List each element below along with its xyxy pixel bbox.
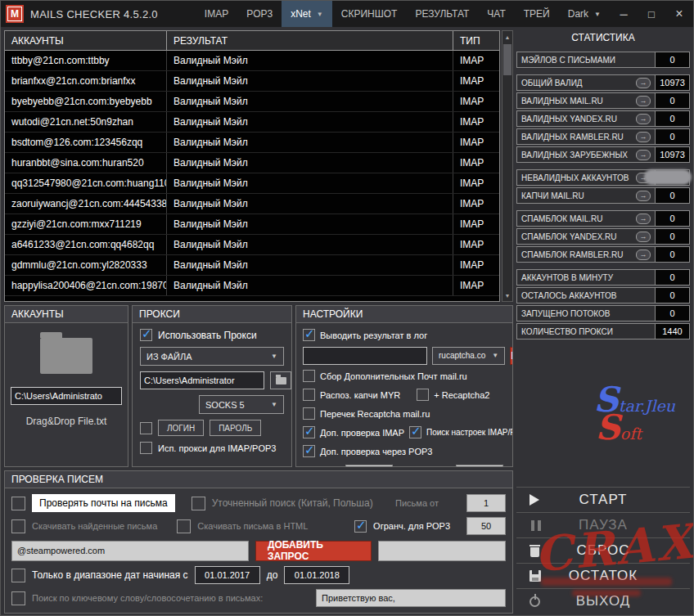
keyword-input[interactable] (316, 589, 506, 607)
date-from-input[interactable] (195, 566, 260, 584)
export-icon[interactable] (636, 78, 651, 88)
scrollbar-thumb[interactable] (503, 44, 511, 75)
stat-label-text: СПАМБЛОК YANDEX.RU (521, 232, 617, 241)
stat-label: ОСТАЛОСЬ АККАУНТОВ (516, 287, 656, 304)
captcha-key-input[interactable] (303, 347, 427, 365)
date-to-input[interactable] (284, 566, 349, 584)
proxy-type-select[interactable]: SOCKS 5 ▼ (199, 395, 284, 414)
log-output-checkbox[interactable] (303, 329, 315, 341)
table-row[interactable]: qq312547980@21cn.com:huang110 Валидный М… (5, 173, 499, 194)
check-mails-checkbox[interactable] (11, 497, 25, 510)
table-row[interactable]: huranbbt@sina.com:huran520 Валидный Мэйл… (5, 153, 499, 173)
balance-button[interactable]: Б (510, 347, 513, 365)
export-icon[interactable] (636, 96, 651, 106)
proxy-path-input[interactable] (140, 371, 264, 389)
table-row[interactable]: brianfxx@21cn.com:brianfxx Валидный Мэйл… (5, 71, 499, 92)
table-row[interactable]: a6461233@21cn.com:qq4682qq Валидный Мэйл… (5, 235, 499, 255)
pause-button[interactable]: ПАУЗА (516, 512, 690, 537)
pop3-check-checkbox[interactable] (303, 445, 315, 457)
close-button[interactable]: × (665, 1, 693, 27)
search-query2-input[interactable] (378, 541, 506, 561)
menu-item-result[interactable]: РЕЗУЛЬТАТ (406, 1, 478, 27)
imap-settings-checkbox[interactable] (409, 426, 421, 438)
proxy-source-select[interactable]: ИЗ ФАЙЛА ▼ (140, 347, 284, 366)
cell-result: Валидный Мэйл (167, 276, 453, 295)
start-button[interactable]: СТАРТ (516, 487, 690, 512)
use-proxy-checkbox[interactable] (140, 329, 152, 341)
export-icon[interactable] (636, 150, 651, 160)
export-icon[interactable] (636, 114, 651, 124)
export-icon[interactable] (636, 191, 651, 201)
recheck-recaptcha-checkbox[interactable] (303, 407, 315, 420)
menu-item-label: РЕЗУЛЬТАТ (415, 8, 469, 20)
maximize-button[interactable]: □ (638, 1, 665, 27)
cell-account: huranbbt@sina.com:huran520 (5, 153, 167, 173)
recaptcha2-checkbox[interactable] (417, 389, 429, 401)
collect-extra-mails-checkbox[interactable] (303, 370, 315, 382)
scroll-down-icon[interactable]: ▼ (502, 290, 512, 301)
menu-item-theme[interactable]: Dark▼ (559, 1, 610, 27)
rest-button[interactable]: ОСТАТОК (516, 563, 690, 588)
imap-settings-label: Поиск настроек IMAP/POP (426, 428, 513, 437)
cell-account: gdmmlu@21cn.com:yl2820333 (5, 255, 167, 275)
folder-icon (276, 377, 286, 384)
reset-button[interactable]: СБРОС (516, 537, 690, 563)
table-row[interactable]: bsdtom@126.com:123456zqq Валидный Мэйл I… (5, 133, 499, 153)
menu-item-pop3[interactable]: POP3 (237, 1, 282, 27)
scroll-up-icon[interactable]: ▲ (502, 31, 512, 43)
export-icon[interactable] (636, 214, 651, 224)
middle-panels: АККАУНТЫ Drag&Drop File.txt ПРОКСИ Испол… (4, 305, 513, 467)
export-icon[interactable] (636, 132, 651, 142)
logo-letter: S (595, 407, 620, 447)
cell-account: byebyebb@21cn.com:byebyebb (5, 92, 167, 111)
timeout-input[interactable] (345, 465, 393, 467)
date-range-checkbox[interactable] (11, 569, 25, 582)
imap-check-checkbox[interactable] (303, 426, 315, 438)
password-button[interactable]: ПАРОЛЬ (210, 420, 261, 436)
download-letters-label: Скачивать найденные письма (32, 521, 157, 531)
header-accounts[interactable]: АККАУНТЫ (5, 31, 167, 50)
refined-search-checkbox[interactable] (192, 497, 205, 510)
cell-result: Валидный Мэйл (167, 173, 453, 193)
menu-item-imap[interactable]: IMAP (196, 1, 237, 27)
keyword-search-checkbox[interactable] (11, 591, 25, 605)
pop3-limit-input[interactable] (466, 517, 506, 535)
exit-button[interactable]: ВЫХОД (516, 588, 690, 614)
table-row[interactable]: wutodi@21cn.net:50n9zhan Валидный Мэйл I… (5, 112, 499, 133)
header-type[interactable]: ТИП (453, 31, 499, 50)
table-row[interactable]: ttbby@21cn.com:ttbby Валидный Мэйл IMAP (5, 51, 499, 71)
login-button[interactable]: ЛОГИН (158, 420, 204, 436)
table-row[interactable]: gzziyi@21cn.com:mxx711219 Валидный Мэйл … (5, 214, 499, 235)
accounts-path-input[interactable] (11, 387, 122, 405)
captcha-service-select[interactable]: rucaptcha.co ▼ (432, 347, 505, 365)
header-result[interactable]: РЕЗУЛЬТАТ (167, 31, 453, 50)
download-html-checkbox[interactable] (177, 519, 191, 533)
cell-result: Валидный Мэйл (167, 112, 453, 132)
proxy-auth-checkbox[interactable] (140, 422, 152, 434)
table-row[interactable]: happylisa200406@21cn.com:198704 Валидный… (5, 276, 499, 296)
menu-item-screenshot[interactable]: СКРИНШОТ (332, 1, 407, 27)
cell-type: IMAP (453, 235, 499, 254)
table-row[interactable]: zaoruiywancj@21cn.com:44454338 Валидный … (5, 194, 499, 214)
stat-row: ОСТАЛОСЬ АККАУНТОВ 0 (516, 287, 690, 304)
menu-item-chat[interactable]: ЧАТ (478, 1, 514, 27)
export-icon[interactable] (636, 250, 651, 260)
download-letters-checkbox[interactable] (11, 519, 25, 533)
proxy-for-imap-checkbox[interactable] (140, 442, 152, 454)
search-query-input[interactable] (11, 541, 249, 561)
table-row[interactable]: byebyebb@21cn.com:byebyebb Валидный Мэйл… (5, 92, 499, 112)
cell-account: a6461233@21cn.com:qq4682qq (5, 235, 167, 254)
use-proxy-label: Использовать Прокси (158, 330, 257, 341)
browse-proxy-button[interactable] (270, 371, 291, 389)
add-query-button[interactable]: ДОБАВИТЬ ЗАПРОС (255, 541, 372, 561)
table-row[interactable]: gdmmlu@21cn.com:yl2820333 Валидный Мэйл … (5, 255, 499, 276)
minimize-button[interactable]: ─ (610, 1, 638, 27)
threads-input[interactable] (456, 465, 503, 467)
letters-from-input[interactable] (466, 494, 506, 512)
recognize-captcha-checkbox[interactable] (303, 389, 315, 401)
menu-item-tray[interactable]: ТРЕЙ (515, 1, 559, 27)
menu-item-xnet[interactable]: xNet▼ (282, 1, 332, 27)
left-column: АККАУНТЫ РЕЗУЛЬТАТ ТИП ttbby@21cn.com:tt… (4, 30, 513, 614)
export-icon[interactable] (636, 232, 651, 242)
pop3-limit-checkbox[interactable] (354, 520, 367, 533)
